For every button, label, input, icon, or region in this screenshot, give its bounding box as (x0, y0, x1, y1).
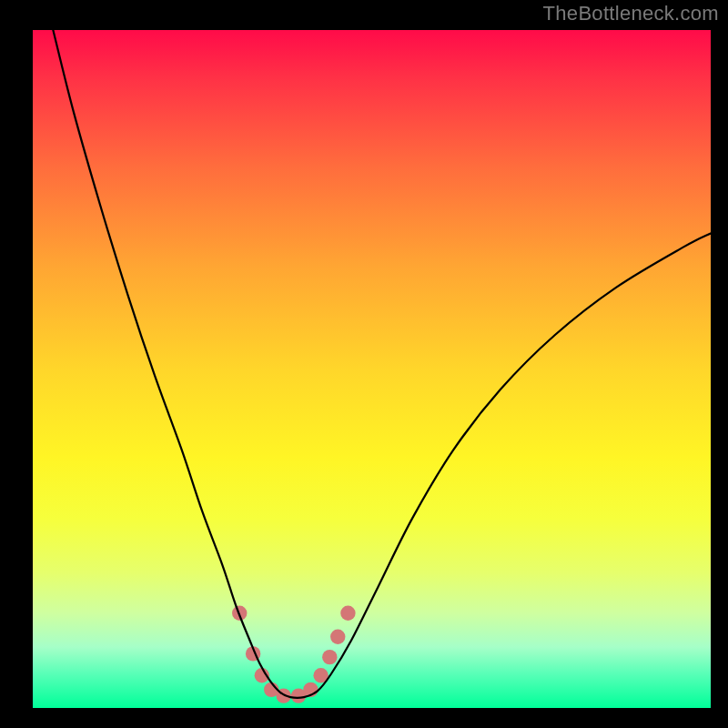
curve-path (53, 30, 711, 698)
chart-plot-area (33, 30, 711, 708)
markers-group (232, 606, 356, 703)
marker-dot (322, 650, 337, 664)
watermark-label: TheBottleneck.com (543, 2, 719, 25)
marker-dot (340, 606, 355, 621)
outer-frame: TheBottleneck.com (0, 0, 728, 728)
chart-svg (33, 30, 711, 708)
marker-dot (330, 630, 345, 644)
